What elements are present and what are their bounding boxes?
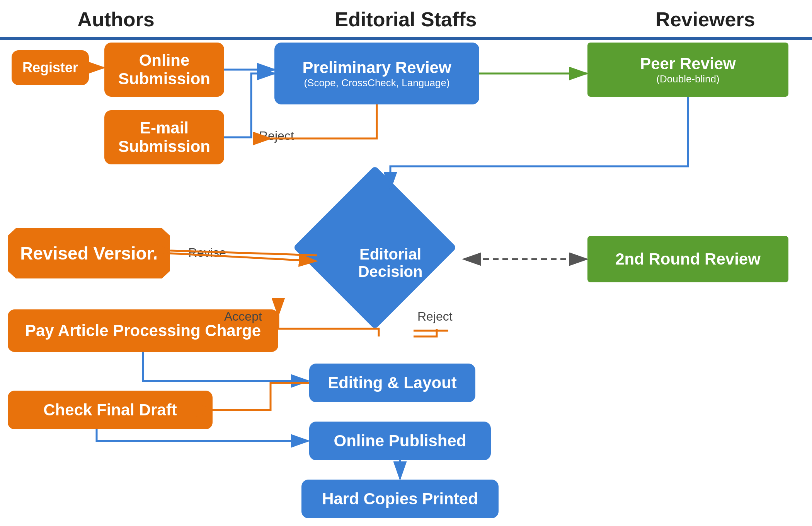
authors-header: Authors [19,8,213,31]
reject2-label: Reject [417,309,453,324]
revise-label: Revise [188,246,226,260]
online-published-box: Online Published [309,422,491,460]
hard-copies-printed-box: Hard Copies Printed [301,480,499,518]
editorial-header: Editorial Staffs [271,8,541,31]
revised-version-box: Revised Version [8,228,170,278]
accept-label: Accept [224,309,262,324]
email-submission-box: E-mail Submission [104,110,224,164]
check-final-draft-box: Check Final Draft [8,391,213,429]
peer-review-box: Peer Review (Double-blind) [587,43,788,97]
preliminary-review-box: Preliminary Review (Scope, CrossCheck, L… [274,43,479,104]
online-submission-box: Online Submission [104,43,224,97]
header-divider [0,37,812,40]
editing-layout-box: Editing & Layout [309,364,475,402]
reject1-label: Reject [259,129,294,143]
register-box: Register [12,50,89,85]
diagram-container: { "headers": { "authors": "Authors", "ed… [0,0,812,526]
second-round-review-box: 2nd Round Review [587,236,788,282]
reviewers-header: Reviewers [618,8,792,31]
